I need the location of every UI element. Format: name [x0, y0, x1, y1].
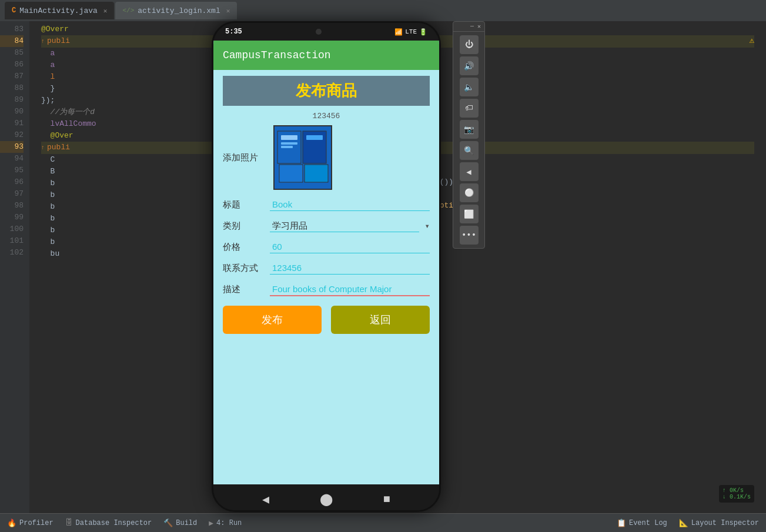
title-label: 标题 — [223, 199, 264, 210]
svg-rect-3 — [281, 142, 297, 145]
category-row: 类别 学习用品 电子产品 生活用品 ▾ — [223, 219, 430, 232]
description-row: 描述 — [223, 283, 430, 296]
build-label: Build — [176, 519, 197, 527]
volume-down-button[interactable]: 🔈 — [460, 78, 479, 96]
run-label: 4: Run — [216, 519, 242, 527]
description-input[interactable] — [270, 283, 430, 296]
profiler-icon: 🔥 — [7, 518, 16, 528]
emulator-panel: ─ ✕ ⏻ 🔊 🔈 🏷 📷 🔍 ◀ ⚪ ⬜ ••• — [453, 21, 485, 249]
svg-rect-7 — [306, 135, 323, 140]
network-indicator: ↑ 0K/s ↓ 0.1K/s — [719, 485, 754, 503]
commodity-id: 123456 — [223, 112, 430, 121]
tab-label-main: MainActivity.java — [19, 6, 98, 15]
tab-main-activity[interactable]: C MainActivity.java ✕ — [5, 2, 114, 19]
contact-input[interactable] — [270, 262, 430, 275]
contact-label: 联系方式 — [223, 263, 264, 274]
bookmark-icon-2: ↑ — [41, 142, 45, 154]
price-input[interactable] — [270, 240, 430, 253]
photo-section: 添加照片 — [223, 125, 430, 190]
run-item[interactable]: ▶ 4: Run — [209, 518, 242, 528]
run-icon: ▶ — [209, 518, 213, 528]
battery-icon: 🔋 — [419, 28, 427, 36]
chevron-down-icon: ▾ — [425, 221, 430, 231]
nav-recent-button[interactable]: ■ — [383, 493, 390, 506]
book-image — [276, 128, 329, 187]
category-label: 类别 — [223, 220, 264, 232]
upload-speed: ↑ 0K/s — [722, 487, 751, 494]
tab-close-login[interactable]: ✕ — [226, 7, 230, 15]
layout-icon: 📐 — [679, 518, 688, 528]
title-row: 标题 — [223, 198, 430, 211]
emulator-controls: ⏻ 🔊 🔈 🏷 📷 🔍 ◀ ⚪ ⬜ ••• — [453, 32, 484, 248]
phone-camera-dot — [316, 29, 322, 35]
layout-inspector-label: Layout Inspector — [691, 519, 759, 527]
database-icon: 🗄 — [65, 518, 73, 527]
event-log-icon: 📋 — [617, 518, 626, 528]
profiler-label: Profiler — [19, 519, 53, 527]
event-log-label: Event Log — [629, 519, 667, 527]
xml-icon: </> — [122, 7, 134, 14]
nav-home-button[interactable]: ⬤ — [320, 492, 333, 507]
emulator-close-btn[interactable]: ✕ — [477, 23, 481, 30]
svg-rect-4 — [281, 146, 293, 148]
emulator-minimize-btn[interactable]: ─ — [470, 24, 474, 30]
photo-placeholder[interactable] — [273, 125, 332, 190]
bookmark-icon: ↑ — [41, 36, 45, 48]
line-numbers: 83 84 85 86 87 88 89 90 91 92 93 94 95 9… — [0, 21, 29, 513]
profiler-item[interactable]: 🔥 Profiler — [7, 518, 53, 528]
price-row: 价格 — [223, 240, 430, 253]
tab-label-login: activity_login.xml — [138, 6, 220, 15]
event-log-item[interactable]: 📋 Event Log — [617, 518, 667, 528]
phone-status-bar: 5:35 📶 LTE 🔋 — [213, 23, 439, 41]
back-nav-button[interactable]: ◀ — [460, 162, 479, 181]
layout-inspector-item[interactable]: 📐 Layout Inspector — [679, 518, 759, 528]
status-bar: 🔥 Profiler 🗄 Database Inspector 🔨 Build … — [0, 513, 766, 532]
tab-close-main[interactable]: ✕ — [103, 7, 108, 15]
svg-rect-2 — [281, 135, 297, 140]
phone-status-icons: 📶 LTE 🔋 — [394, 28, 427, 36]
square-nav-button[interactable]: ⬜ — [460, 205, 479, 223]
description-label: 描述 — [223, 284, 264, 295]
database-inspector-label: Database Inspector — [76, 519, 152, 527]
price-label: 价格 — [223, 242, 264, 253]
tab-bar: C MainActivity.java ✕ </> activity_login… — [0, 0, 766, 21]
title-input[interactable] — [270, 198, 430, 211]
home-nav-button[interactable]: ⚪ — [460, 183, 479, 202]
tab-activity-login[interactable]: </> activity_login.xml ✕ — [115, 2, 237, 19]
tag-button[interactable]: 🏷 — [460, 99, 479, 118]
add-photo-label: 添加照片 — [223, 152, 264, 163]
nav-back-button[interactable]: ◀ — [262, 492, 269, 507]
download-speed: ↓ 0.1K/s — [722, 494, 751, 500]
page-title: 发布商品 — [223, 76, 430, 106]
phone-time: 5:35 — [225, 28, 242, 36]
emulator-title-bar: ─ ✕ — [453, 22, 484, 32]
volume-up-button[interactable]: 🔊 — [460, 56, 479, 75]
java-icon: C — [12, 6, 16, 15]
zoom-button[interactable]: 🔍 — [460, 141, 479, 160]
phone-screen: CampusTransaction 发布商品 123456 添加照片 — [213, 41, 439, 484]
wifi-icon: 📶 — [394, 28, 403, 36]
back-button[interactable]: 返回 — [331, 306, 430, 334]
svg-rect-10 — [305, 165, 328, 182]
lte-label: LTE — [405, 28, 417, 35]
screenshot-button[interactable]: 📷 — [460, 120, 479, 139]
phone-bottom-nav: ◀ ⬤ ■ — [213, 484, 439, 512]
more-options-button[interactable]: ••• — [460, 226, 479, 245]
svg-rect-8 — [279, 165, 303, 182]
build-item[interactable]: 🔨 Build — [163, 518, 197, 528]
phone-device: 5:35 📶 LTE 🔋 CampusTransaction 发布商品 1234… — [212, 21, 441, 512]
build-icon: 🔨 — [163, 518, 173, 528]
database-inspector-item[interactable]: 🗄 Database Inspector — [65, 518, 152, 527]
category-select[interactable]: 学习用品 电子产品 生活用品 — [270, 219, 419, 232]
warning-icon: ⚠ — [750, 35, 754, 45]
contact-row: 联系方式 — [223, 262, 430, 275]
app-title: CampusTransaction — [223, 49, 331, 61]
publish-button[interactable]: 发布 — [223, 306, 322, 334]
app-content[interactable]: 发布商品 123456 添加照片 — [213, 70, 439, 484]
power-button[interactable]: ⏻ — [460, 35, 479, 54]
button-row: 发布 返回 — [223, 306, 430, 334]
commodity-id-row: 123456 — [223, 112, 430, 121]
app-toolbar: CampusTransaction — [213, 41, 439, 70]
